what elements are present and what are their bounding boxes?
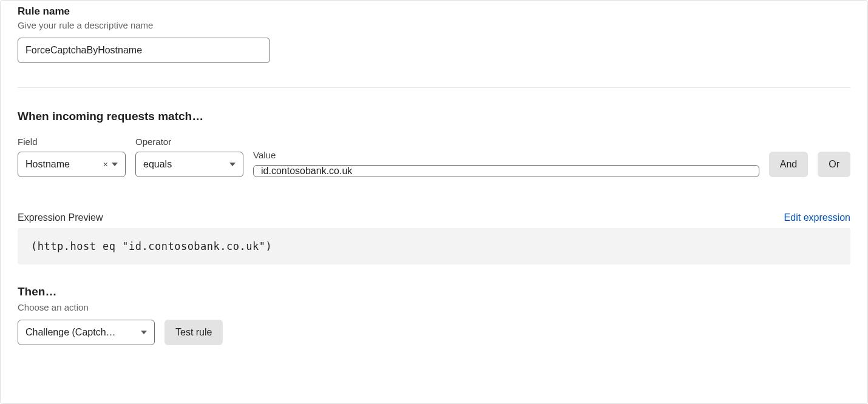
chevron-down-icon [141,331,147,334]
expression-preview-label: Expression Preview [18,212,103,223]
then-section: Then… Choose an action Challenge (Captch… [18,285,850,345]
rule-name-label: Rule name [18,5,850,18]
edit-expression-link[interactable]: Edit expression [784,212,850,223]
then-hint: Choose an action [18,302,850,312]
chevron-down-icon [229,163,236,166]
rule-name-section: Rule name Give your rule a descriptive n… [18,5,850,63]
operator-select[interactable]: equals [135,152,243,177]
action-select[interactable]: Challenge (Captch… [18,320,155,345]
chevron-down-icon [112,163,118,166]
test-rule-button[interactable]: Test rule [164,320,223,345]
value-column: Value [253,150,759,177]
field-select-value: Hostname [25,159,103,170]
expression-header-row: Expression Preview Edit expression [18,212,850,223]
action-select-value: Challenge (Captch… [25,327,141,338]
rule-editor-panel: Rule name Give your rule a descriptive n… [0,0,868,404]
field-label: Field [18,136,126,147]
expression-preview-box: (http.host eq "id.contosobank.co.uk") [18,228,850,264]
value-label: Value [253,150,759,160]
rule-name-input[interactable] [18,38,270,63]
action-row: Challenge (Captch… Test rule [18,320,850,345]
divider [18,87,850,88]
condition-row: Field Hostname × Operator equals Value A… [18,136,850,177]
rule-name-hint: Give your rule a descriptive name [18,20,850,30]
match-heading: When incoming requests match… [18,110,850,123]
then-heading: Then… [18,285,850,298]
and-button[interactable]: And [769,152,808,177]
operator-column: Operator equals [135,136,243,177]
or-button[interactable]: Or [818,152,850,177]
field-column: Field Hostname × [18,136,126,177]
field-select[interactable]: Hostname × [18,152,126,177]
clear-icon[interactable]: × [103,160,108,169]
match-section: When incoming requests match… Field Host… [18,110,850,264]
operator-label: Operator [135,136,243,147]
value-input[interactable] [253,165,759,177]
operator-select-value: equals [143,159,229,170]
